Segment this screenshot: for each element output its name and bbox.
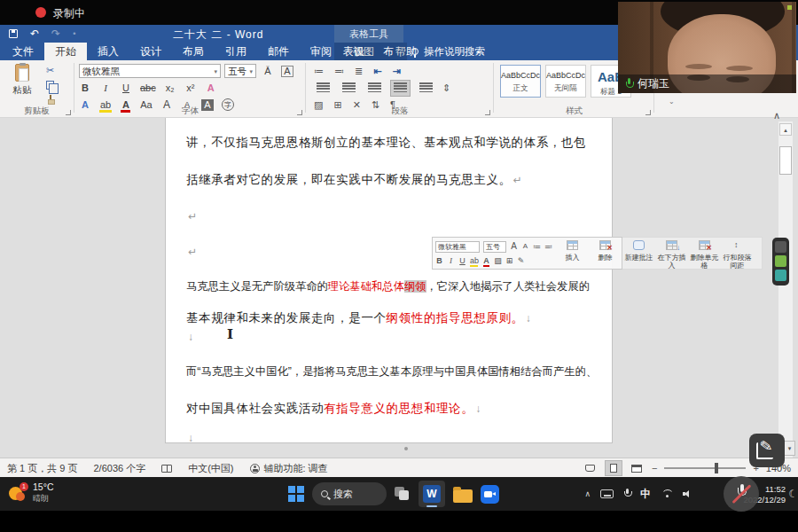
styles-dialog-launcher[interactable] [645,110,651,115]
doc-line-7[interactable]: ↓I [186,330,194,348]
distribute-icon[interactable] [417,81,435,96]
taskbar-search[interactable]: 搜索 [312,482,387,505]
mini-shading-icon[interactable]: ▨ [494,257,502,265]
scroll-up-icon[interactable]: ▴ [779,123,792,136]
annotation-pen-button[interactable]: ✎ [749,434,785,467]
doc-line-6[interactable]: 基本规律和未来的发展走向，是一个纲领性的指导思想原则。↓ [186,310,531,328]
align-left-icon[interactable] [314,81,332,96]
ribbon-tab-table-layout[interactable]: 布局 [374,43,407,60]
web-layout-button[interactable] [629,461,645,475]
tray-chevron-up-icon[interactable]: ∧ [584,489,591,498]
mini-font-size-select[interactable]: 五号 [483,241,506,253]
format-painter-icon[interactable] [47,95,54,104]
mini-insert-below-button[interactable]: 在下方插入 [655,238,688,269]
mini-new-comment-button[interactable]: 新建批注 [622,238,655,269]
meeting-side-panel-handle[interactable] [772,238,789,286]
do-not-disturb-moon-icon[interactable]: ☾ [788,488,798,500]
ribbon-tab-design[interactable]: 设计 [129,43,172,60]
style-no-spacing[interactable]: AaBbCcDc无间隔 [545,65,586,98]
ribbon-tab-mailings[interactable]: 邮件 [257,43,300,60]
speaker-icon[interactable] [683,489,693,498]
mini-borders-icon[interactable]: ⊞ [505,257,513,265]
ribbon-tab-file[interactable]: 文件 [2,43,44,60]
style-normal[interactable]: AaBbCcDc正文 [500,65,541,98]
align-right-icon[interactable] [365,81,384,96]
page-indicator[interactable]: 第 1 页，共 9 页 [7,462,77,475]
wifi-icon[interactable] [661,489,673,498]
zoom-out-icon[interactable]: − [652,463,657,473]
ribbon-tab-table-design[interactable]: 表设计 [334,43,374,60]
tray-microphone-icon[interactable] [623,489,630,499]
print-layout-button[interactable] [606,461,622,475]
pen-flyout-caret[interactable]: ▾ [784,441,795,456]
ribbon-tab-insert[interactable]: 插入 [87,43,129,60]
ime-indicator[interactable]: 中 [640,487,651,502]
mini-format-painter-icon[interactable]: ✎ [517,257,525,265]
multilevel-list-icon[interactable]: ≣ [355,66,363,76]
character-border-icon[interactable]: A [281,66,293,77]
ribbon-tab-home[interactable]: 开始 [44,43,87,60]
doc-line-5[interactable]: 马克思主义是无产阶级革命的理论基础和总体纲领，它深入地揭示了人类社会发展的 [186,279,590,297]
bold-icon[interactable]: B [79,83,91,93]
mini-bullets-icon[interactable]: ≔ [533,243,541,251]
font-size-select[interactable]: 五号 ▾ [224,64,256,78]
mini-italic-icon[interactable]: I [447,257,455,265]
mic-muted-indicator[interactable] [724,476,759,512]
align-center-icon[interactable] [340,81,358,96]
mini-insert-button[interactable]: 插入 [556,238,589,269]
justify-icon[interactable] [391,81,410,96]
strikethrough-icon[interactable]: abc [140,83,156,93]
windows-start-icon[interactable] [288,486,304,502]
mini-bold-icon[interactable]: B [435,257,443,265]
italic-icon[interactable]: I [99,83,112,93]
meeting-app-icon[interactable] [481,485,499,504]
file-explorer-icon[interactable] [453,489,473,503]
webcam-panel[interactable]: 何瑞玉 [618,2,796,93]
doc-line-10[interactable]: ↓ [186,431,194,449]
mini-shrink-font-icon[interactable]: A [521,243,529,250]
mini-grow-font-icon[interactable]: A [510,242,518,251]
vertical-scrollbar[interactable]: ▴ [778,121,793,458]
mini-spacing-button[interactable]: 行和段落间距 [721,238,754,269]
mini-font-color-icon[interactable]: A [482,257,490,265]
save-icon[interactable] [9,29,18,38]
font-dialog-launcher[interactable] [297,110,302,115]
subscript-icon[interactable]: x₂ [164,83,176,93]
ribbon-tab-references[interactable]: 引用 [215,43,257,60]
mini-highlight-icon[interactable]: ab [470,257,479,265]
doc-line-9[interactable]: 对中国具体社会实践活动有指导意义的思想和理论。↓ [186,401,481,419]
doc-line-4[interactable]: ↵ [186,245,198,262]
collapse-ribbon-icon[interactable]: ∧ [773,110,780,121]
ribbon-tab-layout[interactable]: 布局 [172,43,215,60]
numbering-icon[interactable]: ≕ [334,66,344,76]
increase-indent-icon[interactable]: ⇥ [392,66,400,76]
bullets-icon[interactable]: ≔ [314,66,324,76]
copy-icon[interactable] [46,81,54,90]
undo-icon[interactable]: ↶ [30,28,39,39]
line-spacing-icon[interactable]: ⇕ [442,83,450,93]
clear-formatting-icon[interactable]: A [205,83,217,93]
accessibility-status[interactable]: 辅助功能: 调查 [250,462,328,475]
zoom-slider[interactable] [664,467,746,469]
cut-icon[interactable]: ✂ [46,66,54,75]
taskbar-word-app[interactable]: W [419,481,445,507]
mini-numbering-icon[interactable]: ≕ [544,243,552,251]
doc-line-2[interactable]: 括继承者对它的发展，即在实践中不断发展的马克思主义。↵ [186,172,522,190]
touch-keyboard-icon[interactable] [600,489,614,498]
task-view-icon[interactable] [395,487,411,501]
qat-more-icon[interactable]: • [73,30,75,38]
mini-font-name-select[interactable]: 微软雅黑 [435,241,480,253]
decrease-indent-icon[interactable]: ⇤ [373,66,381,76]
proofing-icon[interactable] [161,465,172,473]
phonetic-guide-icon[interactable]: Ǎ [262,66,274,76]
redo-icon[interactable]: ↷ [51,28,60,39]
paste-button[interactable]: 粘贴 [7,64,37,106]
word-count[interactable]: 2/6036 个字 [93,462,145,475]
zoom-slider-handle[interactable] [715,463,718,473]
tell-me-search[interactable]: 操作说明搜索 [411,43,485,60]
mini-underline-icon[interactable]: U [458,257,466,265]
underline-icon[interactable]: U [120,83,132,93]
scrollbar-thumb[interactable] [779,146,792,175]
doc-line-1[interactable]: 讲，不仅指马克思恩格斯创立的基本理论、基本观点和学说的体系，也包 [186,135,586,153]
read-mode-button[interactable] [583,461,598,475]
